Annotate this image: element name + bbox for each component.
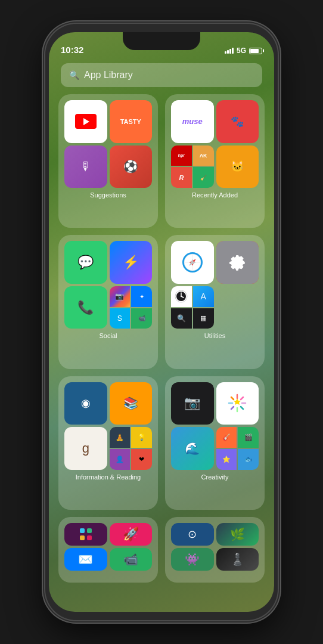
app-clock[interactable]: 12 3 6 9: [171, 286, 192, 307]
app-r[interactable]: R: [171, 167, 192, 188]
app-calculator[interactable]: ▦: [193, 308, 214, 329]
app-phone[interactable]: 📞: [64, 286, 107, 329]
app-bulb[interactable]: 💡: [131, 427, 152, 448]
phone-screen: 10:32 5G 🔍 App Library: [49, 32, 274, 612]
app-extra1[interactable]: ⚽: [110, 145, 153, 188]
folder-label-suggestions: Suggestions: [90, 191, 126, 199]
app-instagram[interactable]: 📷: [110, 286, 131, 307]
svg-rect-16: [87, 528, 92, 533]
app-ak[interactable]: AK: [193, 145, 214, 166]
app-mail[interactable]: ✉️: [64, 548, 107, 571]
folder-bottom-left[interactable]: 🚀 ✉️ 📹: [58, 517, 158, 583]
app-photos[interactable]: [216, 382, 259, 425]
app-social-cluster: 📷 ✦ S 📹: [110, 286, 153, 329]
folder-label-recently: Recently Added: [192, 191, 238, 199]
app-facetime[interactable]: 📹: [131, 308, 152, 329]
app-game[interactable]: 🌿: [216, 523, 259, 546]
app-extra4[interactable]: ❤: [131, 449, 152, 470]
search-bar[interactable]: 🔍 App Library: [61, 63, 262, 87]
folder-creativity[interactable]: 📷: [165, 376, 265, 510]
app-npr[interactable]: npr: [171, 145, 192, 166]
app-tody[interactable]: 🧹: [193, 167, 214, 188]
notch: [123, 32, 200, 50]
status-time: 10:32: [61, 45, 83, 55]
folder-utilities[interactable]: 12 3 6 9 A 🔍 ▦: [165, 235, 265, 369]
app-settings[interactable]: [216, 241, 259, 284]
svg-rect-15: [80, 528, 85, 533]
app-garageband[interactable]: 🎸: [216, 427, 237, 448]
signal-icon: [225, 48, 234, 54]
svg-point-10: [181, 296, 182, 297]
app-waves[interactable]: 🌊: [171, 427, 214, 470]
phone-frame: 10:32 5G 🔍 App Library: [45, 24, 278, 620]
app-star[interactable]: ⭐: [216, 449, 237, 470]
app-video2[interactable]: 📹: [110, 548, 153, 571]
search-icon: 🔍: [69, 70, 79, 80]
app-rocketship[interactable]: 🚀: [110, 523, 153, 546]
app-extra2[interactable]: 🐱: [216, 145, 259, 188]
folder-suggestions[interactable]: TASTY 🎙 ⚽ Suggestions: [58, 94, 158, 228]
app-audible[interactable]: 📚: [110, 382, 153, 425]
app-cbs[interactable]: ◉: [64, 382, 107, 425]
folder-label-creativity: Creativity: [201, 473, 229, 481]
app-goodreads[interactable]: g: [64, 427, 107, 470]
app-baxter[interactable]: 🐾: [216, 100, 259, 143]
app-creativity-cluster: 🎸 🎬 ⭐ 🐟: [216, 427, 259, 470]
folder-info-reading[interactable]: ◉ 📚 g 🧘 💡: [58, 376, 158, 510]
app-imovie[interactable]: 🎬: [238, 427, 259, 448]
app-grid: TASTY 🎙 ⚽ Suggestions muse: [55, 94, 268, 606]
svg-rect-17: [80, 535, 85, 540]
app-magnifier[interactable]: 🔍: [171, 308, 192, 329]
svg-rect-18: [87, 535, 92, 540]
search-placeholder: App Library: [84, 70, 133, 80]
app-camera[interactable]: 📷: [171, 382, 214, 425]
app-cluster-small: npr AK R 🧹: [171, 145, 214, 188]
app-podcasts[interactable]: 🎙: [64, 145, 107, 188]
folder-label-social: Social: [100, 332, 117, 339]
folder-label-info: Information & Reading: [76, 473, 141, 481]
app-slack[interactable]: [64, 523, 107, 546]
folder-bottom-right[interactable]: ⊙ 🌿 👾 ♟️: [165, 517, 265, 583]
app-meditate[interactable]: 🧘: [110, 427, 131, 448]
folder-recently-added[interactable]: muse 🐾 npr AK R: [165, 94, 265, 228]
network-label: 5G: [237, 47, 246, 55]
folder-social[interactable]: 💬 ⚡ 📞 📷 ✦: [58, 235, 158, 369]
folder-label-utilities: Utilities: [204, 332, 225, 339]
app-skype[interactable]: S: [110, 308, 131, 329]
app-messages[interactable]: 💬: [64, 241, 107, 284]
app-youtube[interactable]: [64, 100, 107, 143]
app-extra3[interactable]: 👤: [110, 449, 131, 470]
app-alien[interactable]: 👾: [171, 548, 214, 571]
status-icons: 5G: [225, 47, 262, 55]
app-dots[interactable]: ⊙: [171, 523, 214, 546]
app-tasty[interactable]: TASTY: [110, 100, 153, 143]
app-extra5[interactable]: 🐟: [238, 449, 259, 470]
app-cluster2[interactable]: ✦: [131, 286, 152, 307]
app-muse[interactable]: muse: [171, 100, 214, 143]
battery-icon: [249, 48, 262, 54]
app-appstore[interactable]: A: [193, 286, 214, 307]
app-utilities-cluster: 12 3 6 9 A 🔍 ▦: [171, 286, 214, 329]
app-chess[interactable]: ♟️: [216, 548, 259, 571]
app-reading-cluster: 🧘 💡 👤 ❤: [110, 427, 153, 470]
app-safari[interactable]: [171, 241, 214, 284]
app-messenger[interactable]: ⚡: [110, 241, 153, 284]
